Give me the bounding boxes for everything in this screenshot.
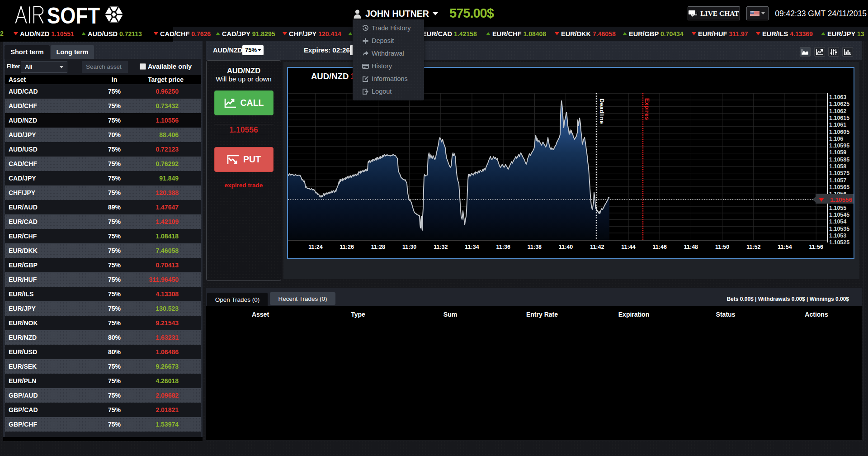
svg-text:1.10615: 1.10615 (829, 115, 849, 121)
svg-text:11:42: 11:42 (590, 244, 604, 250)
svg-text:11:24: 11:24 (308, 244, 322, 250)
svg-text:11:48: 11:48 (684, 244, 698, 250)
svg-text:1.10605: 1.10605 (829, 129, 849, 135)
svg-text:1.1053: 1.1053 (829, 233, 846, 239)
svg-text:1.1061: 1.1061 (829, 122, 846, 128)
svg-text:1.10625: 1.10625 (829, 101, 849, 107)
svg-text:11:36: 11:36 (496, 244, 510, 250)
svg-text:1.1062: 1.1062 (829, 108, 846, 114)
svg-text:11:32: 11:32 (434, 244, 448, 250)
svg-text:1.10525: 1.10525 (829, 239, 849, 246)
svg-text:11:28: 11:28 (371, 244, 385, 250)
svg-text:1.10565: 1.10565 (829, 184, 849, 190)
svg-text:1.10585: 1.10585 (829, 157, 849, 163)
svg-text:11:54: 11:54 (778, 244, 792, 250)
svg-text:1.106: 1.106 (829, 136, 843, 142)
svg-text:11:30: 11:30 (402, 244, 416, 250)
svg-text:1.10535: 1.10535 (829, 226, 849, 232)
svg-text:1.10595: 1.10595 (829, 142, 849, 149)
svg-text:11:46: 11:46 (653, 244, 667, 250)
svg-text:11:40: 11:40 (559, 244, 573, 250)
svg-text:1.1059: 1.1059 (829, 149, 846, 156)
svg-text:1.1054: 1.1054 (829, 218, 846, 225)
svg-text:Expires: Expires (644, 98, 650, 120)
svg-text:1.1057: 1.1057 (829, 177, 846, 184)
svg-text:11:38: 11:38 (528, 244, 542, 250)
svg-text:1.10545: 1.10545 (829, 212, 849, 218)
svg-text:11:56: 11:56 (809, 244, 823, 250)
svg-text:1.1055: 1.1055 (829, 205, 846, 211)
svg-text:Deadline: Deadline (599, 99, 605, 124)
svg-text:1.1063: 1.1063 (829, 94, 846, 100)
svg-text:1.10556: 1.10556 (830, 196, 852, 203)
svg-text:11:44: 11:44 (621, 244, 635, 250)
svg-text:1.1058: 1.1058 (829, 163, 846, 170)
svg-text:11:26: 11:26 (340, 244, 354, 250)
svg-text:SOFT: SOFT (47, 4, 100, 26)
svg-text:11:50: 11:50 (715, 244, 729, 250)
svg-text:11:34: 11:34 (465, 244, 479, 250)
svg-text:1.10575: 1.10575 (829, 170, 849, 176)
svg-text:11:52: 11:52 (746, 244, 760, 250)
svg-text:AUD/NZD: AUD/NZD (311, 71, 349, 81)
